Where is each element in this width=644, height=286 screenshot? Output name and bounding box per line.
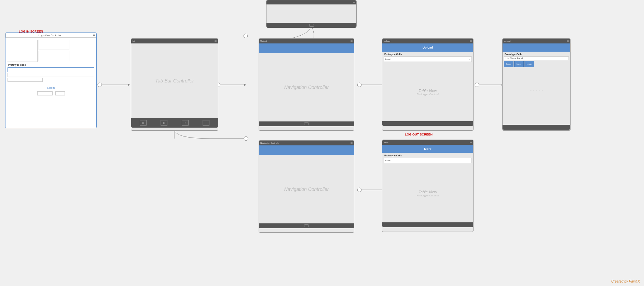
login-image-small1 (39, 40, 69, 50)
svg-point-11 (475, 83, 479, 87)
svg-point-13 (244, 136, 248, 141)
login-title: Login View Controller (7, 34, 93, 37)
tv2-list-name-cell: List Name Label (504, 56, 569, 60)
tv2-image-1: Image (504, 61, 513, 67)
login-input-1[interactable] (8, 67, 94, 72)
tv2-images-row: Image Image Image (504, 61, 569, 67)
login-bottom-btn2[interactable] (55, 91, 65, 95)
tab-bar-footer: ≡ ⊞ ↑ ⋯ (131, 118, 218, 128)
login-input-2[interactable] (8, 73, 94, 77)
tab-icon-2[interactable]: ⊞ (161, 120, 167, 126)
nav2-blue-bar (259, 145, 354, 155)
logout-screen-title: LOG OUT SCREEN (405, 133, 433, 136)
top-device (266, 0, 357, 27)
tv2-nav-bar (503, 43, 570, 52)
tab-icon-4[interactable]: ⋯ (203, 120, 209, 126)
tab-bar-header: Int (131, 39, 218, 43)
nav-controller-1-label: Navigation Controller (284, 84, 329, 90)
tv1-cell-label: Label › (384, 56, 472, 62)
tv1-nav-bar: Upload (382, 43, 473, 52)
login-prototype-label: Prototype Cells (7, 63, 95, 67)
login-image-large (7, 40, 38, 62)
tv2-prototype-label: Prototype Cells (503, 52, 570, 56)
svg-marker-4 (244, 84, 246, 86)
tv3-table-view-text: Table View (419, 190, 437, 194)
nav1-blue-bar (259, 43, 354, 53)
tab-icon-1[interactable]: ≡ (140, 120, 147, 126)
tab-bar-controller-frame: Int Tab Bar Controller ≡ ⊞ ↑ ⋯ (131, 38, 218, 131)
login-image-small2 (39, 51, 69, 61)
tv3-cell-label: Label (384, 158, 472, 163)
tv1-prototype-label: Prototype Cells (383, 52, 472, 56)
svg-marker-1 (128, 84, 130, 86)
nav-controller-2: Navigation Controller Navigation Control… (259, 140, 354, 233)
tab-bar-controller-label: Tab Bar Controller (155, 78, 194, 83)
table-view-1-frame: Upload Upload Prototype Cells Label › Ta… (382, 38, 474, 131)
svg-point-18 (244, 34, 248, 38)
svg-point-8 (357, 83, 361, 87)
login-input-3[interactable] (8, 78, 43, 82)
login-view-controller: Login View Controller Prototype Cells Lo… (5, 32, 97, 128)
tv2-image-3: Image (524, 61, 534, 67)
tv1-table-view-text: Table View (419, 89, 437, 93)
tab-icon-3[interactable]: ↑ (182, 120, 189, 126)
tv2-dotted-pattern: · · · · · · · · · (530, 89, 543, 92)
nav-dots (93, 35, 95, 36)
svg-point-2 (98, 83, 102, 87)
table-view-2-frame: Upload Prototype Cells List Name Label I… (502, 38, 571, 131)
login-bottom-btn1[interactable] (37, 91, 53, 95)
tv2-image-2: Image (514, 61, 524, 67)
tv3-nav-bar: More (382, 145, 473, 153)
login-button[interactable]: Log In (47, 86, 55, 89)
table-view-3-frame: More More Prototype Cells Label Table Vi… (382, 140, 474, 232)
watermark: Created by Paint X (611, 280, 640, 283)
login-nav-bar: Login View Controller (5, 33, 96, 38)
tv1-prototype-content: Prototype Content (417, 93, 439, 96)
nav-controller-2-label: Navigation Controller (284, 186, 329, 192)
svg-point-17 (357, 188, 361, 192)
tv3-prototype-label: Prototype Cells (383, 154, 472, 157)
nav-controller-1: Upload Navigation Controller (259, 38, 354, 131)
tv3-prototype-content: Prototype Content (417, 194, 439, 197)
